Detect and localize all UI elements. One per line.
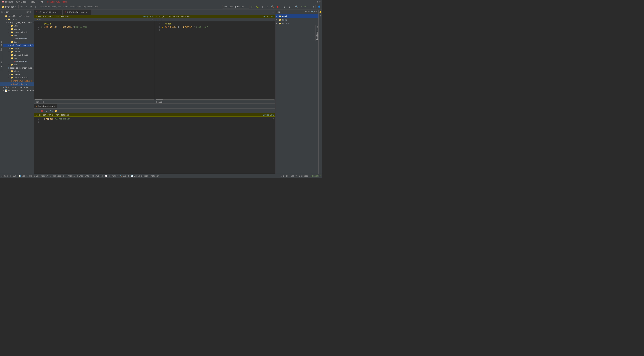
sync-btn[interactable]: ⟳ bbox=[20, 5, 24, 9]
tree-item-app2[interactable]: ▾ ◫ app2 [app2.project_183d125c5c] bbox=[0, 43, 34, 47]
line-ending-item[interactable]: LF bbox=[286, 175, 288, 177]
profiler-item[interactable]: 📈 Profiler bbox=[105, 175, 118, 177]
code-editor-right[interactable]: 1 @main 2 ▶ def hello() = println("Hello… bbox=[155, 21, 275, 99]
bsp-collapse-icon[interactable]: ⊟ bbox=[306, 10, 307, 13]
bsp-search-icon[interactable]: 🔍 bbox=[311, 10, 314, 13]
services-item[interactable]: ⚙ Services bbox=[92, 175, 103, 177]
setup-jdk-script[interactable]: Setup JDK bbox=[263, 114, 274, 116]
bsp-item-app1[interactable]: ▶ 📁 app1 bbox=[275, 14, 318, 18]
code-editor-script[interactable]: 1 println("SomeScript") ✓ 2 bbox=[34, 117, 275, 174]
nav-up-left[interactable]: ∧ bbox=[39, 18, 40, 21]
tree-item-external-libs[interactable]: ▶ 📚 External Libraries bbox=[0, 86, 34, 89]
tree-item-scripts-bsp[interactable]: ▶ 📁 .bsp bbox=[0, 69, 34, 73]
structure-btn[interactable]: ≡ bbox=[24, 5, 28, 9]
bsp-close-icon[interactable]: ✕ bbox=[316, 10, 317, 13]
redo-btn[interactable]: ↻ bbox=[288, 5, 292, 9]
setup-jdk-right[interactable]: Setup JDK bbox=[263, 15, 274, 18]
close-btn[interactable]: ✕ bbox=[319, 1, 320, 3]
bookmarks-tab[interactable]: Bookmarks bbox=[0, 39, 3, 52]
tree-item-app1-bsp[interactable]: ▶ 📁 .bsp bbox=[0, 24, 34, 27]
tree-item-app2-idea[interactable]: ▶ 📁 .idea bbox=[0, 50, 34, 53]
scrollbar-track-right[interactable] bbox=[156, 99, 275, 100]
tree-item-scratches[interactable]: ▶ 📝 Scratches and Consoles bbox=[0, 89, 34, 92]
bsp-minus-icon[interactable]: − bbox=[304, 10, 305, 13]
tree-item-app2-src[interactable]: ▾ 📂 src bbox=[0, 56, 34, 60]
avatar-btn[interactable]: 👤 bbox=[317, 5, 321, 9]
tree-item-idea[interactable]: ▶ 📁 .idea bbox=[0, 18, 34, 21]
run-btn[interactable]: ▶ bbox=[250, 5, 254, 9]
structure-tab[interactable]: Structure bbox=[0, 59, 3, 72]
encoding-item[interactable]: UTF-8 bbox=[291, 175, 296, 177]
tab-close-hw2[interactable]: ✕ bbox=[88, 11, 89, 13]
setup-jdk-left[interactable]: Setup JDK bbox=[142, 15, 153, 18]
gear-icon[interactable]: ⚙ bbox=[30, 11, 31, 13]
close-panel-icon[interactable]: ✕ bbox=[32, 11, 33, 13]
tree-item-somescript[interactable]: ◈ SomeScript.sc bbox=[0, 82, 34, 86]
tab-close-hw1[interactable]: ✕ bbox=[60, 11, 61, 13]
scroll-area-left[interactable] bbox=[34, 99, 155, 100]
tab-helloworld2[interactable]: S HelloWorld2.scala ✕ bbox=[63, 10, 92, 15]
tab-more-btn[interactable]: ⋯ bbox=[271, 10, 275, 15]
tree-item-app2-bsp[interactable]: ▶ 📁 .bsp bbox=[0, 47, 34, 50]
bsp-sync-icon[interactable]: ⊙ bbox=[309, 10, 310, 13]
script-run-btn[interactable]: ▶ bbox=[35, 109, 39, 113]
undo-btn[interactable]: ↺ bbox=[282, 5, 287, 9]
problems-item[interactable]: ⚠ Problems bbox=[50, 175, 62, 177]
scala-plugin-profiler-item[interactable]: 📉 Scala plugin profiler bbox=[131, 175, 159, 177]
position-item[interactable]: 1:1 bbox=[280, 175, 284, 177]
run-with-coverage-btn[interactable]: ◈ bbox=[260, 5, 264, 9]
columns-btn[interactable]: ⊟ bbox=[29, 5, 33, 9]
tree-item-scripts[interactable]: ▾ ◫ scripts [scripts.project_183d125c5c]… bbox=[0, 66, 34, 69]
script-stop-btn[interactable]: ⏹ bbox=[40, 109, 44, 113]
run-icon-2-right[interactable]: ▶ bbox=[161, 25, 164, 29]
scrollbar-track-left[interactable] bbox=[35, 99, 154, 100]
find-btn[interactable]: 🔍 bbox=[294, 5, 299, 9]
bsp-expand-icon[interactable]: ⊞ bbox=[307, 10, 308, 13]
stop-btn[interactable]: ■ bbox=[275, 5, 280, 9]
profile-btn[interactable]: ⊕ bbox=[265, 5, 270, 9]
tab-somescript[interactable]: ◈ SomeScript.sc ✕ bbox=[34, 104, 57, 108]
tree-item-root[interactable]: ▾ 📁 intellij-multi-bsp bbox=[0, 14, 34, 18]
bsp-side-icon[interactable]: bsp bbox=[319, 14, 322, 17]
notifications-icon[interactable]: 🔔 bbox=[319, 10, 322, 13]
script-tab-more[interactable]: ⋯ bbox=[271, 104, 275, 108]
tab-helloworld1[interactable]: S HelloWorld1.scala ✕ bbox=[34, 10, 63, 15]
terminal-item[interactable]: ▶ Terminal bbox=[64, 175, 75, 177]
nav-down-left[interactable]: ∨ bbox=[40, 18, 42, 21]
tree-item-app1-idea[interactable]: ▶ 📁 .idea bbox=[0, 27, 34, 30]
tree-item-scripts-scala-build[interactable]: ▶ 📁 .scala-build bbox=[0, 76, 34, 79]
script-restart-btn[interactable]: ↺ bbox=[45, 109, 48, 113]
bsp-add-icon[interactable]: ＋ bbox=[301, 10, 303, 13]
nav-down-right[interactable]: ∨ bbox=[161, 18, 162, 21]
endpoints-item[interactable]: ⊕ Endpoints bbox=[77, 175, 89, 177]
script-open-btn[interactable]: 📂 bbox=[54, 109, 58, 113]
notifications-label[interactable]: Notifications bbox=[316, 25, 318, 41]
code-editor-left[interactable]: 1 @main 2 ▶ def hello() = println("Hello… bbox=[34, 21, 155, 99]
bsp-item-app2[interactable]: ▶ 📁 app2 bbox=[275, 18, 318, 21]
tree-item-app1-src[interactable]: ▾ 📂 src bbox=[0, 34, 34, 37]
scroll-area-right[interactable] bbox=[155, 99, 275, 100]
indentation-item[interactable]: 2 spaces bbox=[299, 175, 308, 177]
tree-item-app2-test[interactable]: ▶ 📁 test bbox=[0, 63, 34, 66]
scala-trace-item[interactable]: 📊 Scala Trace Log Viewer bbox=[18, 175, 48, 177]
project-dropdown-icon[interactable]: ▾ bbox=[15, 5, 16, 8]
tree-item-app1-test[interactable]: ▶ 📁 test bbox=[0, 40, 34, 43]
filter-icon[interactable]: ≡ bbox=[28, 11, 30, 13]
git-branch-item[interactable]: ⎇ master bbox=[310, 175, 320, 177]
build-btn[interactable]: 🔨 bbox=[270, 5, 275, 9]
tree-item-anotherscript[interactable]: ◈ AnotherScript.sc bbox=[0, 79, 34, 82]
settings-btn[interactable]: ⚙ bbox=[34, 5, 38, 9]
bsp-gear-icon[interactable]: ⚙ bbox=[314, 10, 316, 13]
debug-btn[interactable]: 🐛 bbox=[255, 5, 260, 9]
minimize-btn[interactable]: ─ bbox=[314, 1, 315, 3]
tree-item-app1-scala-build[interactable]: ▶ 📁 .scala-build bbox=[0, 30, 34, 34]
script-settings-btn[interactable]: 🔧 bbox=[49, 109, 53, 113]
run-icon-2-left[interactable]: ▶ bbox=[41, 25, 44, 29]
sc-tab-close[interactable]: ✕ bbox=[54, 105, 55, 107]
nav-up-right[interactable]: ∧ bbox=[160, 18, 161, 21]
todo-status-item[interactable]: ☑ TODO bbox=[10, 175, 16, 177]
maximize-btn[interactable]: □ bbox=[317, 1, 318, 3]
tree-item-app1[interactable]: ▾ ◫ app1 [project_183d125c5c] bbox=[0, 21, 34, 24]
tree-item-app2-scala-build[interactable]: ▶ 📁 .scala-build bbox=[0, 53, 34, 56]
collapse-all-icon[interactable]: ⊟ bbox=[27, 11, 28, 13]
